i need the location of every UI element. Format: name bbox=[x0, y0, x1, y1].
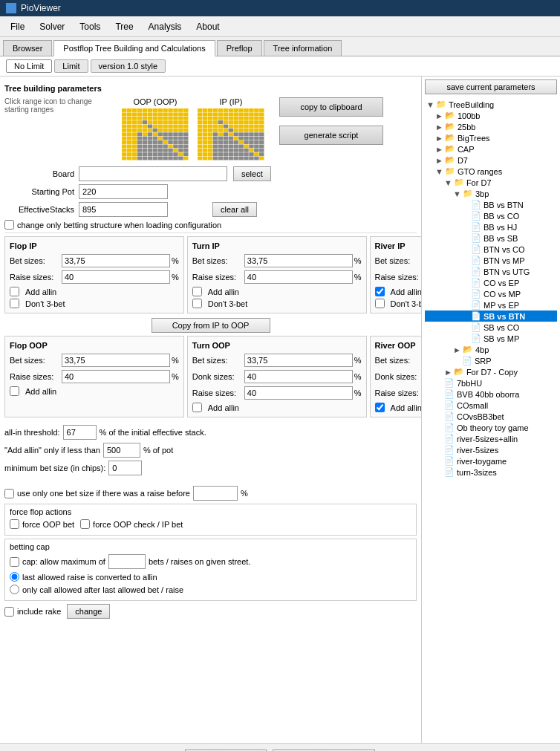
tree-item-COvsMP[interactable]: 📄CO vs MP bbox=[425, 288, 557, 299]
flop-ip-allin-checkbox[interactable] bbox=[10, 287, 19, 296]
starting-pot-input[interactable] bbox=[79, 184, 168, 199]
turn-oop-raise-input[interactable] bbox=[244, 386, 353, 400]
turn-oop-bet-input[interactable] bbox=[244, 354, 353, 367]
tree-item-CAP[interactable]: ►📂CAP bbox=[425, 143, 557, 155]
tab-browser[interactable]: Browser bbox=[3, 40, 52, 56]
select-btn[interactable]: select bbox=[233, 166, 271, 181]
clear-all-btn[interactable]: clear all bbox=[212, 202, 257, 217]
sub-tab-no-limit[interactable]: No Limit bbox=[6, 59, 52, 73]
tree-item-BTNvsMP[interactable]: 📄BTN vs MP bbox=[425, 255, 557, 266]
tree-item-4bp[interactable]: ►📂4bp bbox=[425, 344, 557, 355]
tree-item-BigTrees[interactable]: ►📂BigTrees bbox=[425, 132, 557, 143]
tree-item-SRP[interactable]: 📄SRP bbox=[425, 355, 557, 366]
menu-file[interactable]: File bbox=[3, 19, 32, 35]
radio2[interactable] bbox=[10, 585, 19, 594]
tree-item-SBvsMP[interactable]: 📄SB vs MP bbox=[425, 333, 557, 344]
menu-tools[interactable]: Tools bbox=[72, 19, 108, 35]
turn-ip-bet-input[interactable] bbox=[244, 254, 353, 267]
tree-item-rivertoygame[interactable]: 📄river-toygame bbox=[425, 455, 557, 466]
river-ip-allin-row: Add allin bbox=[375, 287, 422, 296]
force-flop-title: force flop actions bbox=[10, 507, 411, 516]
ip-range-canvas[interactable] bbox=[198, 108, 264, 160]
tree-item-label: For D7 bbox=[466, 178, 492, 187]
turn-ip-3bet-checkbox[interactable] bbox=[192, 299, 202, 308]
flop-oop-raise-input[interactable] bbox=[62, 370, 170, 383]
tree-item-3bp[interactable]: ▼📁3bp bbox=[425, 188, 557, 199]
tree-item-root[interactable]: ▼📁TreeBuilding bbox=[425, 99, 557, 110]
menu-tree[interactable]: Tree bbox=[108, 19, 140, 35]
tree-item-COsmall[interactable]: 📄COsmall bbox=[425, 400, 557, 411]
cap-input[interactable] bbox=[108, 554, 146, 569]
turn-oop-allin-checkbox[interactable] bbox=[192, 403, 202, 412]
threshold-input3[interactable] bbox=[103, 443, 140, 458]
change-only-checkbox[interactable] bbox=[4, 220, 14, 230]
generate-script-btn[interactable]: generate script bbox=[279, 126, 383, 145]
tab-tree-info[interactable]: Tree information bbox=[264, 40, 342, 56]
turn-ip-raise-input[interactable] bbox=[244, 270, 353, 284]
include-rake-checkbox[interactable] bbox=[4, 607, 14, 617]
one-bet-checkbox[interactable] bbox=[4, 489, 14, 498]
river-ip-3bet-checkbox[interactable] bbox=[375, 299, 385, 308]
save-params-btn[interactable]: save current parameters bbox=[425, 79, 557, 94]
threshold-input5[interactable] bbox=[108, 461, 142, 475]
turn-ip-allin-checkbox[interactable] bbox=[192, 287, 202, 296]
folder-toggle-icon: ▼ bbox=[426, 100, 434, 109]
tree-item-COvsBB3bet[interactable]: 📄COvsBB3bet bbox=[425, 411, 557, 422]
one-bet-pct: % bbox=[241, 489, 248, 498]
threshold-input1[interactable] bbox=[63, 425, 97, 440]
force-oop-check-checkbox[interactable] bbox=[80, 519, 90, 529]
river-oop-allin-checkbox[interactable] bbox=[375, 403, 385, 412]
tree-item-MPvsEP[interactable]: 📄MP vs EP bbox=[425, 299, 557, 311]
tree-item-BBvsBTN[interactable]: 📄BB vs BTN bbox=[425, 199, 557, 210]
tree-item-river5sizesOnly[interactable]: 📄river-5sizes bbox=[425, 444, 557, 455]
oop-range-canvas[interactable] bbox=[122, 108, 189, 160]
tree-item-BBvsSB[interactable]: 📄BB vs SB bbox=[425, 233, 557, 244]
tree-item-ObTheory[interactable]: 📄Ob theory toy game bbox=[425, 422, 557, 433]
tree-item-BBvsHJ[interactable]: 📄BB vs HJ bbox=[425, 221, 557, 233]
change-btn[interactable]: change bbox=[67, 604, 110, 619]
tree-item-BVB40bb[interactable]: 📄BVB 40bb oborra bbox=[425, 388, 557, 400]
tree-item-BTNvsUTG[interactable]: 📄BTN vs UTG bbox=[425, 266, 557, 277]
copy-ip-oop-btn[interactable]: Copy from IP to OOP bbox=[152, 318, 270, 333]
tree-item-turn3sizes[interactable]: 📄turn-3sizes bbox=[425, 466, 557, 478]
turn-oop-donk-input[interactable] bbox=[244, 370, 353, 383]
board-input[interactable] bbox=[79, 166, 227, 181]
flop-ip-bet-input[interactable] bbox=[62, 254, 170, 267]
sub-tab-v1[interactable]: version 1.0 style bbox=[91, 59, 166, 73]
flop-oop-bet-input[interactable] bbox=[62, 354, 170, 367]
flop-ip-3bet-checkbox[interactable] bbox=[10, 299, 19, 308]
tree-item-COvsEP[interactable]: 📄CO vs EP bbox=[425, 277, 557, 288]
tree-item-BBvsCO[interactable]: 📄BB vs CO bbox=[425, 210, 557, 221]
tree-item-GTO[interactable]: ▼📁GTO ranges bbox=[425, 166, 557, 177]
effective-stacks-input[interactable] bbox=[79, 202, 168, 217]
radio1[interactable] bbox=[10, 572, 19, 582]
tree-item-ForD7Copy[interactable]: ►📂For D7 - Copy bbox=[425, 366, 557, 377]
tree-item-25bb[interactable]: ►📂25bb bbox=[425, 121, 557, 132]
tree-item-label: MP vs EP bbox=[484, 301, 519, 310]
cap-checkbox[interactable] bbox=[10, 557, 19, 567]
tree-item-SBvsBTN[interactable]: 📄SB vs BTN bbox=[425, 311, 557, 322]
river-ip-allin-checkbox[interactable] bbox=[375, 287, 385, 296]
menu-about[interactable]: About bbox=[189, 19, 227, 35]
tree-item-SBvsCO[interactable]: 📄SB vs CO bbox=[425, 322, 557, 333]
folder-toggle-icon: ▼ bbox=[435, 167, 443, 176]
app-title: PioViewer bbox=[21, 3, 61, 13]
tree-item-D7[interactable]: ►📂D7 bbox=[425, 155, 557, 166]
tree-item-ForD7[interactable]: ▼📁For D7 bbox=[425, 177, 557, 188]
force-oop-bet-checkbox[interactable] bbox=[10, 519, 19, 529]
tab-postflop[interactable]: Postflop Tree Building and Calculations bbox=[53, 40, 215, 56]
copy-to-clipboard-btn[interactable]: copy to clipboard bbox=[279, 97, 383, 117]
tree-item-river5sizes[interactable]: 📄river-5sizes+allin bbox=[425, 433, 557, 444]
tab-preflop[interactable]: Preflop bbox=[217, 40, 262, 56]
tree-item-BTNvsCO[interactable]: 📄BTN vs CO bbox=[425, 244, 557, 255]
sub-tab-limit[interactable]: Limit bbox=[54, 59, 88, 73]
file-icon: 📄 bbox=[471, 334, 481, 343]
flop-oop-allin-checkbox[interactable] bbox=[10, 386, 19, 396]
menu-analysis[interactable]: Analysis bbox=[141, 19, 189, 35]
tree-item-7bbHU[interactable]: 📄7bbHU bbox=[425, 377, 557, 388]
one-bet-input[interactable] bbox=[193, 486, 238, 501]
tree-item-100bb[interactable]: ►📂100bb bbox=[425, 110, 557, 121]
menu-solver[interactable]: Solver bbox=[32, 19, 72, 35]
file-icon: 📄 bbox=[471, 233, 481, 243]
flop-ip-raise-input[interactable] bbox=[62, 270, 170, 284]
